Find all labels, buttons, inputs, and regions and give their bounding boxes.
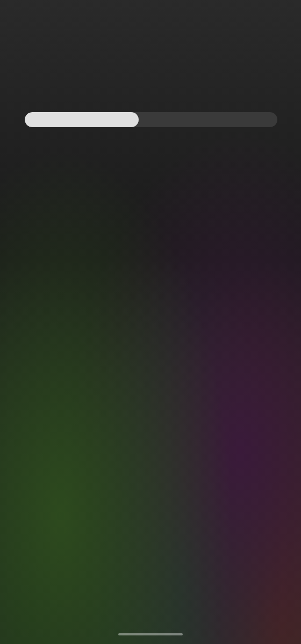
brightness-row: ⋮ [0,112,301,127]
brightness-slider[interactable] [25,112,277,127]
brightness-fill [25,112,139,127]
home-indicator [118,633,183,635]
